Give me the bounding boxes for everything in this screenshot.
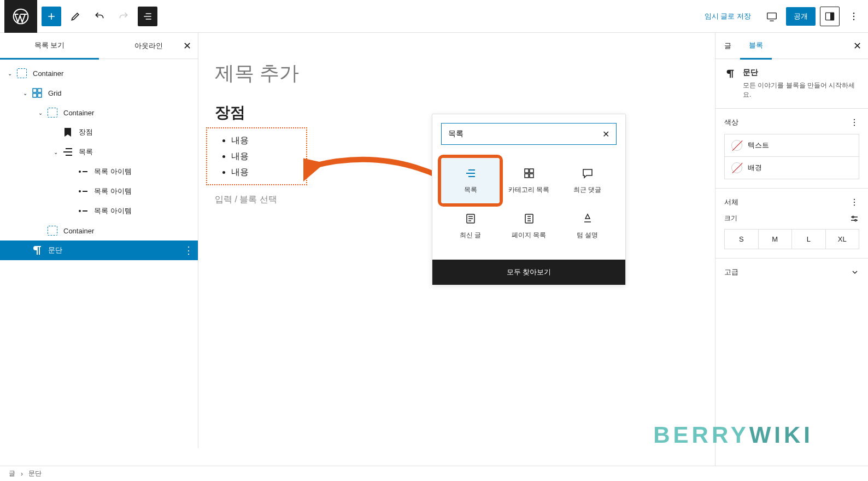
inserter-search-box: ✕ (441, 123, 617, 145)
tree-item-label: Container (63, 109, 94, 117)
inserter-search-input[interactable] (448, 130, 602, 138)
block-tree: ⌄Container⌄Grid⌄Container장점⌄목록목록 아이템목록 아… (0, 59, 198, 265)
undo-button[interactable] (90, 7, 109, 26)
sidebar-tabs: 글 블록 ✕ (715, 33, 868, 59)
breadcrumb-current[interactable]: 문단 (28, 469, 42, 478)
tab-block[interactable]: 블록 (740, 33, 772, 60)
typography-section: 서체 크기 SMLXL (715, 189, 868, 259)
inserter-item[interactable]: 카테고리 목록 (500, 158, 558, 203)
size-button[interactable]: XL (826, 230, 859, 249)
tree-item[interactable]: ⌄목록 (0, 142, 198, 162)
tree-item[interactable]: 장점 (0, 122, 198, 142)
close-icon[interactable]: ✕ (183, 40, 191, 52)
settings-sidebar-toggle[interactable] (820, 7, 840, 26)
tree-item-label: 목록 아이템 (94, 206, 132, 216)
tree-item[interactable]: Container (0, 221, 198, 241)
list-block[interactable]: 내용내용내용 (216, 133, 297, 180)
size-button[interactable]: M (759, 230, 793, 249)
svg-point-29 (852, 216, 854, 218)
size-button[interactable]: S (725, 230, 759, 249)
text-color-control[interactable]: 텍스트 (724, 134, 859, 157)
svg-rect-19 (525, 174, 529, 178)
comment-icon (581, 167, 594, 180)
tree-item[interactable]: 문단⋮ (0, 241, 198, 260)
svg-rect-18 (530, 169, 533, 173)
wordpress-logo[interactable] (4, 0, 37, 33)
tree-item-label: Container (33, 69, 63, 78)
inserter-item-label: 최근 댓글 (573, 185, 601, 195)
inserter-item[interactable]: 목록 (441, 158, 500, 203)
svg-point-6 (853, 19, 855, 20)
options-button[interactable] (844, 7, 864, 26)
svg-rect-20 (530, 174, 533, 178)
caret-icon: ⌄ (50, 149, 61, 155)
preview-button[interactable] (762, 7, 782, 26)
color-swatch-icon (731, 162, 742, 173)
inserter-item[interactable]: 텀 설명 (558, 203, 617, 249)
inserter-item[interactable]: 최근 댓글 (558, 158, 617, 203)
list-item[interactable]: 내용 (231, 149, 297, 165)
svg-point-26 (854, 198, 855, 200)
close-icon[interactable]: ✕ (853, 40, 861, 52)
svg-rect-3 (831, 13, 834, 20)
tree-item-label: 목록 (79, 147, 93, 157)
browse-all-button[interactable]: 모두 찾아보기 (432, 260, 625, 285)
tree-item-label: Container (63, 227, 94, 235)
svg-rect-12 (83, 171, 87, 172)
size-settings-icon[interactable] (849, 214, 859, 224)
size-buttons: SMLXL (724, 229, 859, 249)
breadcrumb-root[interactable]: 글 (9, 469, 15, 478)
size-button[interactable]: L (792, 230, 826, 249)
block-inserter-popup: ✕ 목록카테고리 목록최근 댓글최신 글페이지 목록텀 설명 모두 찾아보기 (432, 114, 626, 285)
svg-point-30 (855, 219, 857, 221)
text-color-label: 텍스트 (748, 140, 769, 150)
list-item[interactable]: 내용 (231, 133, 297, 149)
inserter-item-label: 카테고리 목록 (508, 185, 549, 195)
chevron-down-icon (851, 268, 859, 277)
tree-item[interactable]: ⌄Container (0, 63, 198, 83)
caret-icon: ⌄ (4, 71, 15, 77)
title-input[interactable]: 제목 추가 (215, 60, 715, 87)
tab-list-view[interactable]: 목록 보기 (0, 33, 99, 60)
paragraph-icon (724, 68, 736, 80)
svg-point-4 (853, 12, 855, 14)
more-options-icon[interactable] (849, 118, 859, 127)
tab-post[interactable]: 글 (715, 33, 740, 58)
add-block-button[interactable] (42, 7, 61, 26)
list-view-panel: 목록 보기 아웃라인 ✕ ⌄Container⌄Grid⌄Container장점… (0, 33, 198, 448)
save-draft-button[interactable]: 임시 글로 저장 (698, 8, 758, 25)
tree-item[interactable]: ⌄Container (0, 103, 198, 122)
dashed-icon (15, 67, 28, 80)
tree-item[interactable]: 목록 아이템 (0, 181, 198, 201)
publish-button[interactable]: 공개 (786, 7, 816, 26)
breadcrumb: 글 › 문단 (0, 466, 868, 481)
tree-item[interactable]: 목록 아이템 (0, 162, 198, 181)
color-section: 색상 텍스트 배경 (715, 109, 868, 189)
inserter-item[interactable]: 최신 글 (441, 203, 500, 249)
redo-button[interactable] (114, 7, 133, 26)
background-color-control[interactable]: 배경 (724, 157, 859, 179)
more-options-icon[interactable] (849, 197, 859, 207)
caret-icon: ⌄ (20, 90, 31, 96)
svg-point-28 (854, 204, 855, 206)
color-section-title: 색상 (724, 118, 738, 127)
tree-item-label: 장점 (79, 127, 93, 137)
list-icon (61, 145, 74, 159)
list-item[interactable]: 내용 (231, 165, 297, 180)
svg-rect-8 (38, 89, 42, 92)
document-overview-button[interactable] (138, 7, 157, 26)
tree-item[interactable]: ⌄Grid (0, 83, 198, 103)
chevron-right-icon: › (21, 470, 23, 478)
tree-item[interactable]: 목록 아이템 (0, 201, 198, 221)
tree-item-label: Grid (48, 89, 62, 97)
inserter-item-label: 페이지 목록 (512, 231, 546, 240)
more-options-icon[interactable]: ⋮ (184, 244, 193, 256)
advanced-section[interactable]: 고급 (715, 259, 868, 286)
clear-search-icon[interactable]: ✕ (602, 129, 609, 139)
inserter-item[interactable]: 페이지 목록 (500, 203, 558, 249)
dashed-icon (46, 106, 59, 119)
svg-rect-14 (83, 191, 87, 192)
svg-point-11 (79, 171, 81, 173)
svg-rect-16 (83, 210, 87, 212)
edit-mode-button[interactable] (66, 7, 85, 26)
